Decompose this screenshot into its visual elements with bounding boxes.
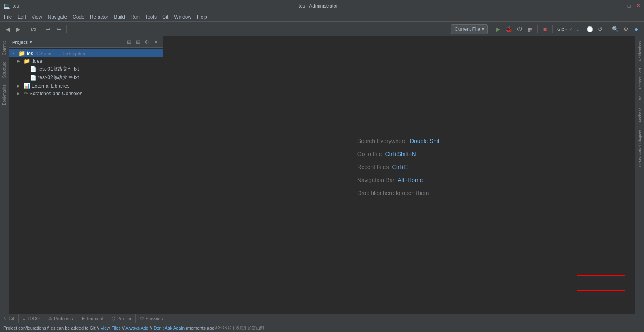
toolbar-undo-icon[interactable]: ↩ bbox=[44, 25, 53, 34]
git-check-2-icon: ✓ bbox=[569, 26, 573, 32]
current-file-dropdown[interactable]: Current File ▾ bbox=[451, 24, 488, 34]
toolbar-back-icon[interactable]: ◀ bbox=[3, 25, 12, 34]
root-path-extra: Desktop\tes bbox=[61, 51, 85, 56]
git-label: Git: bbox=[557, 27, 564, 32]
tab-services[interactable]: ⚙ Services bbox=[136, 314, 167, 323]
right-tab-bro[interactable]: Bro bbox=[637, 92, 643, 105]
git-up-icon[interactable]: ↑ bbox=[574, 27, 576, 32]
terminal-tab-label: Terminal bbox=[86, 316, 103, 321]
tab-git[interactable]: ⑂ Git bbox=[0, 314, 19, 323]
menu-item-build[interactable]: Build bbox=[112, 13, 127, 21]
left-tab-commit[interactable]: Commit bbox=[1, 38, 8, 58]
menu-item-navigate[interactable]: Navigate bbox=[45, 13, 69, 21]
expand-all-icon[interactable]: ⊞ bbox=[134, 39, 142, 46]
tree-file-1-item[interactable]: ▶ 📄 test-01修改文件.txt bbox=[9, 65, 163, 73]
run-icon[interactable]: ▶ bbox=[494, 25, 503, 34]
toolbar-project-icon[interactable]: 🗂 bbox=[29, 25, 38, 34]
menu-item-tools[interactable]: Tools bbox=[143, 13, 159, 21]
services-tab-label: Services bbox=[146, 316, 163, 321]
panel-close-icon[interactable]: ✕ bbox=[152, 39, 159, 46]
toolbar-forward-icon[interactable]: ▶ bbox=[14, 25, 23, 34]
git-view-files-link[interactable]: View Files bbox=[101, 326, 121, 330]
tree-scratches-item[interactable]: ▶ ✏ Scratches and Consoles bbox=[9, 90, 163, 97]
menu-item-file[interactable]: File bbox=[2, 13, 14, 21]
menu-item-window[interactable]: Window bbox=[172, 13, 194, 21]
tree-idea-item[interactable]: ▶ 📁 .idea bbox=[9, 57, 163, 65]
arrow-down-icon: ▾ bbox=[12, 51, 17, 56]
left-tab-structure[interactable]: Structure bbox=[1, 58, 8, 81]
main-area: CommitStructureBookmarks Project ▾ ⊟ ⊞ ⚙… bbox=[0, 36, 644, 314]
menu-bar: FileEditViewNavigateCodeRefactorBuildRun… bbox=[0, 12, 644, 22]
app-name: tes bbox=[13, 3, 19, 9]
tab-terminal[interactable]: ▶ Terminal bbox=[77, 314, 108, 323]
coverage-icon[interactable]: ▦ bbox=[526, 25, 535, 34]
close-button[interactable]: ✕ bbox=[635, 3, 641, 9]
updates-icon[interactable]: ● bbox=[632, 25, 641, 34]
right-tab-notifications[interactable]: Notifications bbox=[637, 38, 643, 64]
title-bar-left: 💻 tes bbox=[3, 3, 19, 9]
menu-item-edit[interactable]: Edit bbox=[15, 13, 28, 21]
collapse-all-icon[interactable]: ⊟ bbox=[125, 39, 133, 46]
file-1-icon: 📄 bbox=[30, 66, 36, 72]
debug-icon[interactable]: 🐞 bbox=[504, 25, 513, 34]
tab-profiler[interactable]: ◎ Profiler bbox=[107, 314, 136, 323]
tree-external-libs-item[interactable]: ▶ 📊 External Libraries bbox=[9, 82, 163, 90]
bottom-panel: ⑂ Git ≡ TODO ⚠ Problems ▶ Terminal ◎ Pro… bbox=[0, 314, 644, 323]
toolbar-separator-8 bbox=[608, 25, 608, 33]
project-panel-header-left: Project ▾ bbox=[12, 39, 32, 45]
hint-action-drop: Drop files here to open them bbox=[357, 190, 429, 196]
tree-root-item[interactable]: ▾ 📁 tes C:\User Desktop\tes bbox=[9, 49, 163, 57]
menu-item-git[interactable]: Git bbox=[160, 13, 171, 21]
git-always-add-link[interactable]: Always Add bbox=[125, 326, 148, 330]
arrow-scratch-icon: ▶ bbox=[17, 91, 22, 96]
stop-icon[interactable]: ■ bbox=[541, 25, 550, 34]
hint-shortcut-goto: Ctrl+Shift+N bbox=[385, 151, 416, 157]
toolbar: ◀ ▶ 🗂 ↩ ↪ Current File ▾ ▶ 🐞 ⏱ ▦ ■ Git: … bbox=[0, 22, 644, 36]
minimize-button[interactable]: ─ bbox=[617, 3, 623, 9]
menu-item-code[interactable]: Code bbox=[70, 13, 87, 21]
title-bar: 💻 tes tes - Administrator ─ □ ✕ bbox=[0, 0, 644, 12]
hint-action-nav: Navigation Bar bbox=[357, 177, 395, 183]
tab-todo[interactable]: ≡ TODO bbox=[19, 314, 44, 323]
toolbar-separator-7 bbox=[582, 25, 582, 33]
scratches-name: Scratches and Consoles bbox=[30, 91, 82, 96]
red-box-indicator bbox=[577, 275, 625, 291]
hint-action-recent: Recent Files bbox=[357, 164, 389, 170]
right-tab-bpmn[interactable]: BPMN-Activiti-Diagram bbox=[637, 126, 643, 170]
history-icon[interactable]: 🕐 bbox=[585, 25, 594, 34]
panel-settings-icon[interactable]: ⚙ bbox=[143, 39, 150, 46]
right-tab-database[interactable]: Database bbox=[637, 105, 643, 127]
services-tab-icon: ⚙ bbox=[140, 316, 144, 321]
project-panel-dropdown[interactable]: ▾ bbox=[30, 39, 32, 45]
external-libs-name: External Libraries bbox=[32, 83, 69, 89]
current-file-arrow: ▾ bbox=[482, 26, 484, 32]
menu-item-refactor[interactable]: Refactor bbox=[88, 13, 111, 21]
tab-problems[interactable]: ⚠ Problems bbox=[44, 314, 77, 323]
git-dont-ask-link[interactable]: Don't Ask Again bbox=[153, 326, 185, 330]
maximize-button[interactable]: □ bbox=[626, 3, 632, 9]
hint-action-goto: Go to File bbox=[357, 151, 382, 157]
search-everywhere-icon[interactable]: 🔍 bbox=[611, 25, 620, 34]
hint-recent-files: Recent Files Ctrl+E bbox=[357, 164, 441, 170]
menu-item-run[interactable]: Run bbox=[128, 13, 142, 21]
library-icon: 📊 bbox=[24, 83, 30, 89]
rollback-icon[interactable]: ↺ bbox=[596, 25, 605, 34]
file-2-name: test-02修改文件.txt bbox=[38, 74, 79, 81]
git-down-icon[interactable]: ↓ bbox=[577, 27, 580, 32]
menu-item-view[interactable]: View bbox=[29, 13, 45, 21]
git-status-text: Project configurations files can be adde… bbox=[3, 326, 216, 330]
toolbar-redo-icon[interactable]: ↪ bbox=[54, 25, 63, 34]
title-bar-controls: ─ □ ✕ bbox=[617, 3, 641, 9]
file-tree: ▾ 📁 tes C:\User Desktop\tes ▶ 📁 .idea ▶ … bbox=[9, 48, 163, 314]
profiler-tab-icon: ◎ bbox=[112, 316, 116, 321]
right-tab-remote-host[interactable]: Remote Host bbox=[637, 64, 643, 92]
profile-icon[interactable]: ⏱ bbox=[515, 25, 524, 34]
left-tab-bookmarks[interactable]: Bookmarks bbox=[1, 81, 8, 108]
hint-go-to-file: Go to File Ctrl+Shift+N bbox=[357, 151, 441, 157]
hint-drop-files: Drop files here to open them bbox=[357, 190, 441, 196]
toolbar-separator-1 bbox=[26, 25, 26, 33]
bottom-tabs: ⑂ Git ≡ TODO ⚠ Problems ▶ Terminal ◎ Pro… bbox=[0, 314, 644, 323]
tree-file-2-item[interactable]: ▶ 📄 test-02修改文件.txt bbox=[9, 73, 163, 82]
settings-icon[interactable]: ⚙ bbox=[621, 25, 630, 34]
menu-item-help[interactable]: Help bbox=[195, 13, 210, 21]
